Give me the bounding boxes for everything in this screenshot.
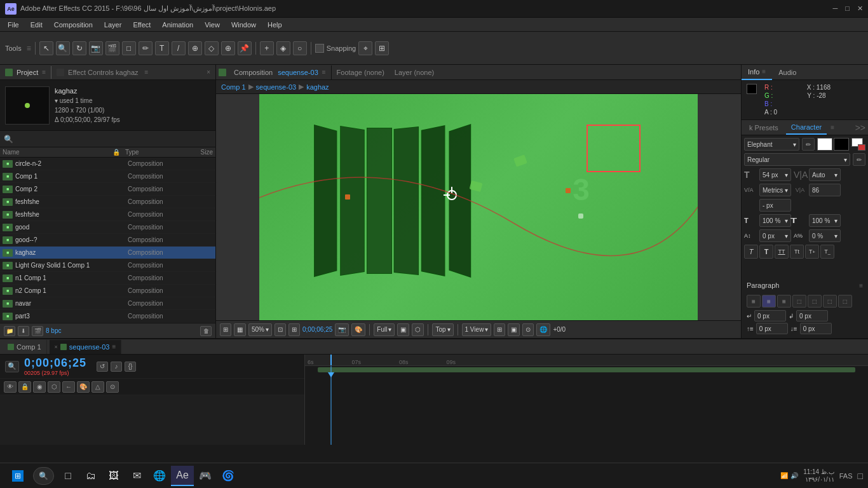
- speaker-icon[interactable]: 🔊: [790, 472, 798, 479]
- vc-zoom-dropdown[interactable]: 50% ▾: [248, 323, 272, 336]
- rect-tool[interactable]: □: [122, 41, 136, 55]
- font-pencil-btn[interactable]: ✏: [802, 138, 815, 151]
- list-item[interactable]: ■ n2 Comp 1 Composition: [0, 285, 215, 297]
- menu-edit[interactable]: Edit: [25, 20, 48, 30]
- tl-tab-comp1[interactable]: Comp 1: [3, 340, 47, 354]
- tl-frame-btn[interactable]: {}: [125, 362, 136, 372]
- footage-tab[interactable]: Footage (none): [332, 69, 390, 76]
- style-btn-t[interactable]: T: [744, 245, 758, 259]
- feather-tool[interactable]: ○: [293, 41, 307, 55]
- effect-controls-label[interactable]: Effect Controls kaghaz: [68, 69, 138, 76]
- start-button[interactable]: ⊞: [5, 466, 31, 486]
- list-item[interactable]: ■ Comp 2 Composition: [0, 183, 215, 196]
- para-menu-icon[interactable]: ≡: [859, 282, 863, 289]
- style-btn-t2[interactable]: T: [759, 245, 773, 259]
- tl-playhead[interactable]: [330, 355, 332, 365]
- notification-icon[interactable]: □: [858, 471, 863, 481]
- anchor-tool[interactable]: +: [260, 41, 274, 55]
- tl-tab-menu[interactable]: ≡: [112, 343, 116, 350]
- tl-adj-btn[interactable]: ⊙: [106, 381, 119, 393]
- para-indent-right-input[interactable]: 0 px: [796, 310, 828, 322]
- para-justify-full[interactable]: ⬚: [838, 295, 852, 308]
- tracking-input[interactable]: 86: [809, 184, 841, 196]
- px-input[interactable]: - px: [759, 199, 791, 212]
- menu-animation[interactable]: Animation: [157, 20, 198, 30]
- info-menu-icon[interactable]: ≡: [762, 68, 766, 75]
- vc-motion-btn[interactable]: ▣: [508, 323, 520, 336]
- puppet-tool[interactable]: ⊕: [221, 41, 235, 55]
- vc-3d-btn[interactable]: ⬡: [412, 323, 424, 336]
- search-input[interactable]: [16, 135, 212, 143]
- list-item[interactable]: ■ navar Composition: [0, 297, 215, 310]
- clock-area[interactable]: 11:14 ب.ظ ۱۳۹۶/۰۱/۱۱: [803, 468, 834, 483]
- list-item[interactable]: ■ good--? Composition: [0, 234, 215, 247]
- tl-shy-btn[interactable]: ←: [62, 381, 75, 393]
- project-menu[interactable]: ≡: [42, 69, 46, 76]
- tl-hide-btn[interactable]: 👁: [4, 381, 17, 393]
- tl-search-btn[interactable]: 🔍: [5, 361, 19, 372]
- breadcrumb-seq[interactable]: sequense-03: [256, 83, 297, 91]
- edge-btn[interactable]: 🌐: [148, 466, 171, 486]
- para-space-before-input[interactable]: 0 px: [756, 323, 788, 334]
- menu-composition[interactable]: Composition: [49, 20, 98, 30]
- taskview-btn[interactable]: □: [57, 466, 79, 486]
- font-style-dropdown[interactable]: Regular ▾: [744, 153, 850, 166]
- style-btn-tt2[interactable]: Tt: [790, 245, 804, 259]
- network-icon[interactable]: 📶: [780, 472, 788, 479]
- color-swatch[interactable]: [747, 84, 757, 94]
- para-space-after-input[interactable]: 0 px: [800, 323, 832, 334]
- comp-tab-menu[interactable]: ≡: [322, 69, 326, 76]
- list-item[interactable]: ■ part3 Composition: [0, 310, 215, 323]
- delete-button[interactable]: 🗑: [200, 326, 212, 336]
- vc-toggle-btn[interactable]: ⊞: [220, 323, 231, 336]
- para-justify-right[interactable]: ⬚: [823, 295, 837, 308]
- pin-tool[interactable]: 📌: [238, 41, 252, 55]
- para-indent-input[interactable]: 0 px: [754, 310, 786, 322]
- menu-file[interactable]: File: [3, 20, 24, 30]
- taskbar-search[interactable]: 🔍: [33, 467, 54, 485]
- char-swap-icon[interactable]: [851, 138, 865, 151]
- camera-tool-1[interactable]: 📷: [89, 41, 103, 55]
- mail-btn[interactable]: ✉: [125, 466, 148, 486]
- ae-taskbar-btn[interactable]: Ae: [171, 466, 194, 486]
- character-tab[interactable]: Character: [786, 121, 827, 135]
- menu-layer[interactable]: Layer: [99, 20, 127, 30]
- maximize-button[interactable]: □: [845, 4, 850, 13]
- new-comp-button[interactable]: 🎬: [32, 326, 43, 336]
- presets-tab[interactable]: k Presets: [744, 121, 783, 135]
- info-tab[interactable]: Info ≡: [742, 65, 772, 80]
- draw-tool[interactable]: /: [172, 41, 186, 55]
- menu-help[interactable]: Help: [262, 20, 287, 30]
- vc-color-btn[interactable]: 🎨: [351, 323, 365, 336]
- font-name-dropdown[interactable]: Elephant ▾: [744, 138, 799, 151]
- para-align-left[interactable]: ≡: [747, 295, 761, 308]
- photos-btn[interactable]: 🖼: [102, 466, 125, 486]
- list-item[interactable]: ■ n1 Comp 1 Composition: [0, 272, 215, 285]
- list-item[interactable]: ■ feshfshe Composition: [0, 208, 215, 221]
- tl-lock-btn[interactable]: 🔒: [18, 381, 31, 393]
- tsukuri-input[interactable]: 0 % ▾: [809, 229, 841, 242]
- list-item[interactable]: ■ feshfshe Composition: [0, 196, 215, 208]
- vc-bg-btn[interactable]: 🌐: [536, 323, 550, 336]
- effect-controls-menu[interactable]: ≡: [145, 69, 149, 76]
- vc-snap-btn[interactable]: ⊞: [494, 323, 505, 336]
- stroke-color-box[interactable]: [834, 138, 849, 151]
- list-item[interactable]: ■ kaghaz Composition: [0, 247, 215, 259]
- new-folder-button[interactable]: 📁: [4, 326, 15, 336]
- minimize-button[interactable]: ─: [833, 4, 838, 13]
- para-justify-left[interactable]: ⬚: [792, 295, 806, 308]
- close-button[interactable]: ✕: [857, 4, 863, 13]
- vc-view-count-dropdown[interactable]: 1 View ▾: [462, 323, 492, 336]
- rotate-tool[interactable]: ↻: [72, 41, 86, 55]
- snap-tool-2[interactable]: ⊞: [375, 41, 389, 55]
- text-tool[interactable]: T: [155, 41, 169, 55]
- layer-tab[interactable]: Layer (none): [390, 69, 439, 76]
- file-explorer-btn[interactable]: 🗂: [79, 466, 102, 486]
- app-btn-8[interactable]: 🌀: [217, 466, 240, 486]
- tl-3d-btn[interactable]: ⬡: [48, 381, 60, 393]
- char-expand-btn[interactable]: >>: [855, 123, 865, 133]
- style-btn-tsup[interactable]: T+: [805, 245, 819, 259]
- style-btn-tt[interactable]: TT: [775, 245, 789, 259]
- menu-view[interactable]: View: [200, 20, 225, 30]
- list-item[interactable]: ■ good Composition: [0, 221, 215, 234]
